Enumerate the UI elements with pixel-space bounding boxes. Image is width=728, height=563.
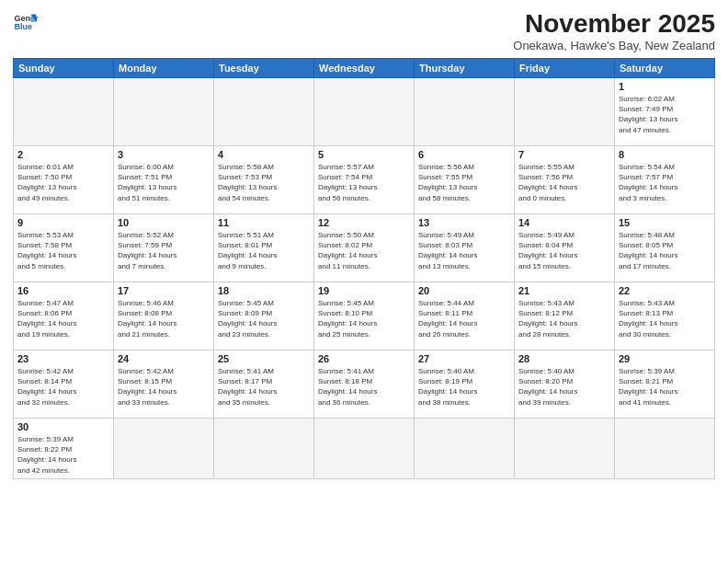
table-row <box>314 78 415 146</box>
day-number: 2 <box>17 149 109 160</box>
table-row <box>515 419 615 479</box>
table-row: 27Sunrise: 5:40 AMSunset: 8:19 PMDayligh… <box>415 350 515 419</box>
table-row: 11Sunrise: 5:51 AMSunset: 8:01 PMDayligh… <box>214 214 314 282</box>
table-row: 8Sunrise: 5:54 AMSunset: 7:57 PMDaylight… <box>615 146 715 214</box>
day-info: Sunrise: 5:39 AMSunset: 8:22 PMDaylight:… <box>17 434 109 476</box>
table-row <box>314 419 415 479</box>
day-info: Sunrise: 5:43 AMSunset: 8:12 PMDaylight:… <box>518 298 610 339</box>
day-number: 20 <box>418 285 510 296</box>
day-number: 28 <box>518 353 610 364</box>
day-number: 13 <box>418 217 510 228</box>
day-info: Sunrise: 5:40 AMSunset: 8:19 PMDaylight:… <box>418 366 510 408</box>
table-row <box>415 78 515 146</box>
table-row: 3Sunrise: 6:00 AMSunset: 7:51 PMDaylight… <box>114 146 214 214</box>
table-row: 25Sunrise: 5:41 AMSunset: 8:17 PMDayligh… <box>214 350 314 419</box>
day-number: 24 <box>118 353 210 364</box>
day-info: Sunrise: 5:54 AMSunset: 7:57 PMDaylight:… <box>619 162 711 203</box>
header-thursday: Thursday <box>415 59 515 78</box>
day-info: Sunrise: 5:51 AMSunset: 8:01 PMDaylight:… <box>218 230 310 271</box>
day-info: Sunrise: 5:50 AMSunset: 8:02 PMDaylight:… <box>318 230 410 271</box>
day-number: 30 <box>17 421 109 432</box>
day-number: 3 <box>118 149 210 160</box>
day-number: 10 <box>118 217 210 228</box>
day-info: Sunrise: 6:01 AMSunset: 7:50 PMDaylight:… <box>17 162 109 203</box>
day-info: Sunrise: 5:58 AMSunset: 7:53 PMDaylight:… <box>218 162 310 203</box>
day-number: 7 <box>518 149 610 160</box>
day-number: 11 <box>218 217 310 228</box>
day-number: 29 <box>619 353 711 364</box>
table-row: 21Sunrise: 5:43 AMSunset: 8:12 PMDayligh… <box>515 282 615 350</box>
table-row: 15Sunrise: 5:48 AMSunset: 8:05 PMDayligh… <box>615 214 715 282</box>
header-tuesday: Tuesday <box>214 59 314 78</box>
day-number: 21 <box>518 285 610 296</box>
table-row: 17Sunrise: 5:46 AMSunset: 8:08 PMDayligh… <box>114 282 214 350</box>
day-info: Sunrise: 5:42 AMSunset: 8:14 PMDaylight:… <box>17 366 109 408</box>
table-row: 22Sunrise: 5:43 AMSunset: 8:13 PMDayligh… <box>615 282 715 350</box>
table-row <box>214 419 314 479</box>
table-row: 14Sunrise: 5:49 AMSunset: 8:04 PMDayligh… <box>515 214 615 282</box>
header-friday: Friday <box>515 59 615 78</box>
day-info: Sunrise: 5:53 AMSunset: 7:58 PMDaylight:… <box>17 230 109 271</box>
day-number: 15 <box>619 217 711 228</box>
day-number: 18 <box>218 285 310 296</box>
day-number: 5 <box>318 149 410 160</box>
table-row: 28Sunrise: 5:40 AMSunset: 8:20 PMDayligh… <box>515 350 615 419</box>
table-row: 19Sunrise: 5:45 AMSunset: 8:10 PMDayligh… <box>314 282 415 350</box>
calendar-table: Sunday Monday Tuesday Wednesday Thursday… <box>13 58 715 479</box>
day-number: 1 <box>619 81 711 92</box>
table-row: 2Sunrise: 6:01 AMSunset: 7:50 PMDaylight… <box>14 146 114 214</box>
day-info: Sunrise: 5:48 AMSunset: 8:05 PMDaylight:… <box>619 230 711 271</box>
logo: General Blue <box>13 9 39 35</box>
table-row <box>615 419 715 479</box>
day-number: 4 <box>218 149 310 160</box>
table-row: 12Sunrise: 5:50 AMSunset: 8:02 PMDayligh… <box>314 214 415 282</box>
day-info: Sunrise: 6:02 AMSunset: 7:49 PMDaylight:… <box>619 94 711 135</box>
day-number: 12 <box>318 217 410 228</box>
table-row: 20Sunrise: 5:44 AMSunset: 8:11 PMDayligh… <box>415 282 515 350</box>
day-info: Sunrise: 5:52 AMSunset: 7:59 PMDaylight:… <box>118 230 210 271</box>
day-info: Sunrise: 5:47 AMSunset: 8:06 PMDaylight:… <box>17 298 109 339</box>
table-row: 16Sunrise: 5:47 AMSunset: 8:06 PMDayligh… <box>14 282 114 350</box>
day-number: 6 <box>418 149 510 160</box>
table-row: 23Sunrise: 5:42 AMSunset: 8:14 PMDayligh… <box>14 350 114 419</box>
table-row: 18Sunrise: 5:45 AMSunset: 8:09 PMDayligh… <box>214 282 314 350</box>
logo-icon: General Blue <box>13 9 39 35</box>
header-wednesday: Wednesday <box>314 59 415 78</box>
day-number: 22 <box>619 285 711 296</box>
day-info: Sunrise: 6:00 AMSunset: 7:51 PMDaylight:… <box>118 162 210 203</box>
table-row <box>515 78 615 146</box>
day-info: Sunrise: 5:55 AMSunset: 7:56 PMDaylight:… <box>518 162 610 203</box>
day-info: Sunrise: 5:49 AMSunset: 8:04 PMDaylight:… <box>518 230 610 271</box>
day-info: Sunrise: 5:40 AMSunset: 8:20 PMDaylight:… <box>518 366 610 408</box>
title-block: November 2025 Onekawa, Hawke's Bay, New … <box>513 9 715 52</box>
day-number: 9 <box>17 217 109 228</box>
table-row: 26Sunrise: 5:41 AMSunset: 8:18 PMDayligh… <box>314 350 415 419</box>
day-number: 19 <box>318 285 410 296</box>
table-row: 7Sunrise: 5:55 AMSunset: 7:56 PMDaylight… <box>515 146 615 214</box>
day-number: 23 <box>17 353 109 364</box>
day-number: 26 <box>318 353 410 364</box>
page: General Blue November 2025 Onekawa, Hawk… <box>0 0 728 563</box>
table-row <box>214 78 314 146</box>
day-info: Sunrise: 5:43 AMSunset: 8:13 PMDaylight:… <box>619 298 711 339</box>
day-info: Sunrise: 5:39 AMSunset: 8:21 PMDaylight:… <box>619 366 711 408</box>
day-info: Sunrise: 5:41 AMSunset: 8:17 PMDaylight:… <box>218 366 310 408</box>
table-row <box>14 78 114 146</box>
table-row: 9Sunrise: 5:53 AMSunset: 7:58 PMDaylight… <box>14 214 114 282</box>
table-row <box>114 78 214 146</box>
table-row: 6Sunrise: 5:56 AMSunset: 7:55 PMDaylight… <box>415 146 515 214</box>
day-number: 27 <box>418 353 510 364</box>
day-info: Sunrise: 5:41 AMSunset: 8:18 PMDaylight:… <box>318 366 410 408</box>
day-number: 17 <box>118 285 210 296</box>
table-row <box>415 419 515 479</box>
day-info: Sunrise: 5:57 AMSunset: 7:54 PMDaylight:… <box>318 162 410 203</box>
day-info: Sunrise: 5:46 AMSunset: 8:08 PMDaylight:… <box>118 298 210 339</box>
svg-text:Blue: Blue <box>14 22 32 31</box>
table-row: 5Sunrise: 5:57 AMSunset: 7:54 PMDaylight… <box>314 146 415 214</box>
table-row: 30Sunrise: 5:39 AMSunset: 8:22 PMDayligh… <box>14 419 114 479</box>
day-info: Sunrise: 5:45 AMSunset: 8:10 PMDaylight:… <box>318 298 410 339</box>
header: General Blue November 2025 Onekawa, Hawk… <box>13 9 715 52</box>
table-row: 24Sunrise: 5:42 AMSunset: 8:15 PMDayligh… <box>114 350 214 419</box>
header-saturday: Saturday <box>615 59 715 78</box>
day-info: Sunrise: 5:42 AMSunset: 8:15 PMDaylight:… <box>118 366 210 408</box>
